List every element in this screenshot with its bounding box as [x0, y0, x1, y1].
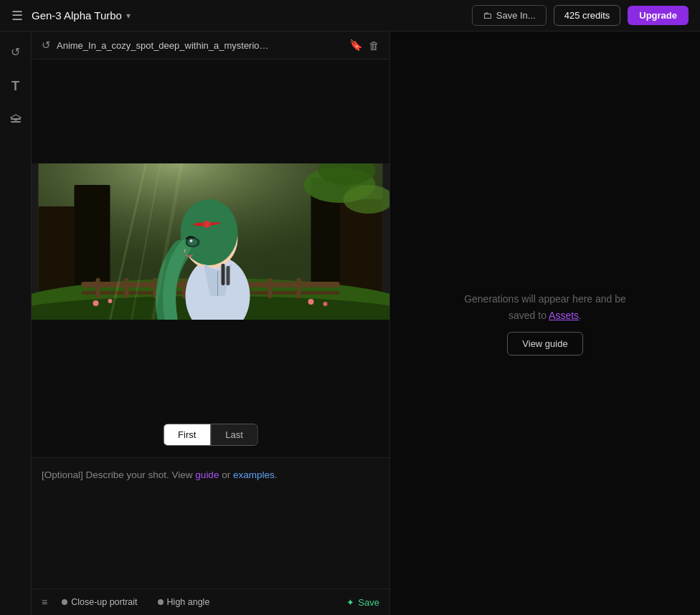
svg-rect-24 — [297, 278, 301, 298]
frame-buttons: First Last — [163, 424, 258, 446]
tag1-label: Close-up portrait — [71, 597, 137, 607]
folder-icon: 🗀 — [483, 10, 492, 21]
view-guide-button[interactable]: View guide — [507, 332, 582, 356]
svg-rect-34 — [227, 266, 230, 285]
generation-message: Generations will appear here and be save… — [464, 291, 626, 323]
left-panel: ↺ Anime_In_a_cozy_spot_deep_within_a_mys… — [32, 32, 390, 615]
tag2-label: High angle — [167, 597, 210, 607]
save-in-label: Save In... — [496, 10, 536, 21]
sidebar: ↺ T — [0, 32, 32, 615]
bookmark-button[interactable]: 🔖 — [349, 39, 363, 52]
list-icon[interactable]: ≡ — [42, 596, 47, 608]
credits-button[interactable]: 425 credits — [554, 5, 621, 26]
svg-rect-33 — [222, 264, 225, 285]
svg-rect-17 — [96, 278, 100, 298]
prompt-textarea[interactable] — [42, 482, 379, 576]
top-padding — [32, 59, 389, 163]
guide-link[interactable]: guide — [195, 469, 219, 480]
panel-header-actions: 🔖 🗑 — [349, 39, 379, 52]
anime-image — [32, 163, 389, 320]
close-up-portrait-tag[interactable]: Close-up portrait — [56, 595, 143, 609]
tag2-dot — [158, 599, 164, 605]
save-sparkle-icon: ✦ — [346, 597, 354, 608]
text-tool-icon[interactable]: T — [4, 75, 27, 97]
app-header: ☰ Gen-3 Alpha Turbo ▾ 🗀 Save In... 425 c… — [0, 0, 700, 32]
prompt-hint-text: [Optional] Describe your shot. View guid… — [42, 468, 379, 482]
chevron-down-icon: ▾ — [126, 11, 131, 21]
last-frame-button[interactable]: Last — [210, 424, 257, 445]
examples-link[interactable]: examples — [233, 469, 275, 480]
right-panel: Generations will appear here and be save… — [390, 32, 700, 615]
svg-rect-1 — [11, 121, 21, 123]
svg-point-31 — [188, 239, 198, 246]
upgrade-button[interactable]: Upgrade — [628, 6, 689, 25]
svg-point-32 — [190, 239, 193, 242]
svg-point-14 — [323, 302, 328, 306]
first-frame-button[interactable]: First — [164, 424, 210, 445]
save-action[interactable]: ✦ Save — [346, 597, 379, 608]
svg-point-29 — [204, 221, 211, 228]
header-right: 🗀 Save In... 425 credits Upgrade — [472, 5, 689, 26]
main-content: ↺ T ↺ Anime_In_a_cozy_spot_deep_within_a… — [0, 32, 700, 615]
panel-header-left: ↺ Anime_In_a_cozy_spot_deep_within_a_mys… — [42, 39, 272, 52]
layers-icon[interactable] — [4, 109, 27, 132]
undo-icon[interactable]: ↺ — [4, 40, 27, 63]
model-name: Gen-3 Alpha Turbo — [32, 9, 122, 22]
refresh-icon[interactable]: ↺ — [42, 39, 51, 52]
header-left: ☰ Gen-3 Alpha Turbo ▾ — [11, 8, 131, 24]
save-in-button[interactable]: 🗀 Save In... — [472, 5, 547, 26]
model-selector[interactable]: Gen-3 Alpha Turbo ▾ — [32, 9, 131, 22]
bottom-toolbar: ≡ Close-up portrait High angle ✦ Save — [32, 588, 389, 615]
panel-header: ↺ Anime_In_a_cozy_spot_deep_within_a_mys… — [32, 32, 389, 59]
svg-point-13 — [308, 299, 314, 305]
svg-point-12 — [108, 299, 113, 303]
high-angle-tag[interactable]: High angle — [152, 595, 216, 609]
svg-rect-23 — [268, 278, 273, 298]
save-label: Save — [358, 597, 379, 608]
menu-icon[interactable]: ☰ — [11, 8, 23, 24]
assets-link[interactable]: Assets — [549, 310, 579, 321]
svg-point-11 — [93, 300, 99, 306]
panel-title: Anime_In_a_cozy_spot_deep_within_a_myste… — [57, 40, 272, 51]
svg-rect-18 — [125, 278, 129, 298]
image-area: First Last — [32, 59, 389, 457]
tag1-dot — [62, 599, 67, 605]
delete-button[interactable]: 🗑 — [369, 39, 379, 52]
bottom-padding: First Last — [32, 320, 389, 457]
prompt-area: [Optional] Describe your shot. View guid… — [32, 457, 389, 588]
